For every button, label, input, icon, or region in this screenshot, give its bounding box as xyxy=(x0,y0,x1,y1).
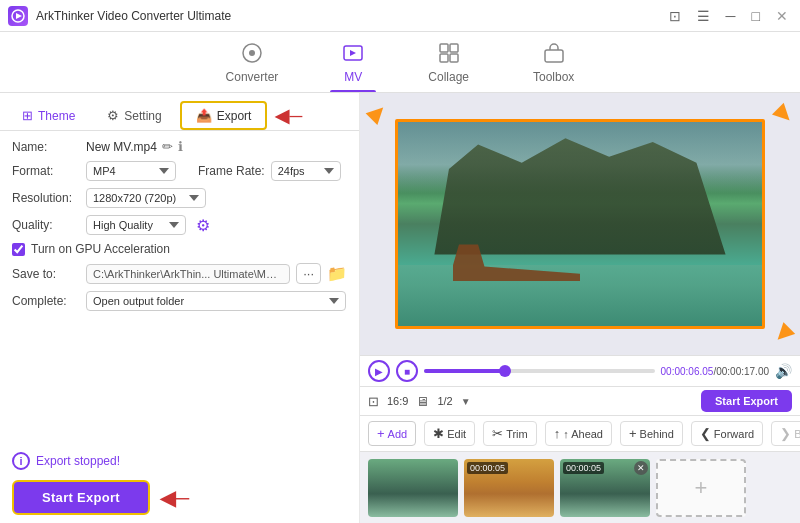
video-preview: ▶ ▶ ▶ xyxy=(360,93,800,355)
filmstrip-item-2[interactable]: 00:00:05 xyxy=(464,459,554,517)
behind-button[interactable]: + Behind xyxy=(620,421,683,446)
corner-arrow-tl: ▶ xyxy=(362,99,390,127)
export-icon: 📤 xyxy=(196,108,212,123)
main-content: ⊞ Theme ⚙ Setting 📤 Export ◀─ Name: New … xyxy=(0,93,800,523)
mv-icon xyxy=(342,42,364,67)
resolution-select[interactable]: 1280x720 (720p) 1920x1080 (1080p) xyxy=(86,188,206,208)
close-btn[interactable]: ✕ xyxy=(772,6,792,26)
window-controls: ⊡ ☰ ─ □ ✕ xyxy=(665,6,792,26)
tab-mv[interactable]: MV xyxy=(330,38,376,92)
filmstrip-item-1[interactable] xyxy=(368,459,458,517)
trim-button[interactable]: ✂ Trim xyxy=(483,421,537,446)
edit-label: Edit xyxy=(447,428,466,440)
export-stopped-banner: i Export stopped! xyxy=(0,446,359,476)
complete-select[interactable]: Open output folder Do nothing xyxy=(86,291,346,311)
browse-dots-button[interactable]: ··· xyxy=(296,263,321,284)
edit-button[interactable]: ✱ Edit xyxy=(424,421,475,446)
main-nav: Converter MV Collage Toolb xyxy=(0,32,800,93)
gpu-checkbox[interactable] xyxy=(12,243,25,256)
info-circle-icon: i xyxy=(12,452,30,470)
backward-icon: ❯ xyxy=(780,426,791,441)
quality-select[interactable]: High Quality Medium Quality Low Quality xyxy=(86,215,186,235)
forward-label: Forward xyxy=(714,428,754,440)
aspect-ratio: 16:9 xyxy=(387,395,408,407)
frame-rate-select[interactable]: 24fps 30fps 60fps xyxy=(271,161,341,181)
tab-toolbox[interactable]: Toolbox xyxy=(521,38,586,92)
progress-bar[interactable] xyxy=(424,369,655,373)
complete-label: Complete: xyxy=(12,294,80,308)
progress-thumb[interactable] xyxy=(499,365,511,377)
tab-export[interactable]: 📤 Export xyxy=(180,101,268,130)
behind-icon: + xyxy=(629,426,637,441)
film-add-icon: + xyxy=(695,475,708,501)
converter-label: Converter xyxy=(226,70,279,84)
format-row: Format: MP4 MOV AVI Frame Rate: 24fps 30… xyxy=(12,161,347,181)
add-icon: + xyxy=(377,426,385,441)
save-label: Save to: xyxy=(12,267,80,281)
trim-icon: ✂ xyxy=(492,426,503,441)
converter-icon xyxy=(241,42,263,67)
slide-counter-chevron[interactable]: ▼ xyxy=(461,396,471,407)
save-row: Save to: C:\ArkThinker\ArkThin... Ultima… xyxy=(12,263,347,284)
menu-icon[interactable]: ☰ xyxy=(693,6,714,26)
collage-label: Collage xyxy=(428,70,469,84)
folder-icon[interactable]: 📁 xyxy=(327,264,347,283)
aspect-icon: ⊡ xyxy=(368,394,379,409)
slide-counter: 1/2 xyxy=(437,395,452,407)
svg-rect-8 xyxy=(450,54,458,62)
film-close-3[interactable]: ✕ xyxy=(634,461,648,475)
start-export-button-sm[interactable]: Start Export xyxy=(701,390,792,412)
arrow-indicator: ◀─ xyxy=(275,105,302,127)
corner-arrow-br: ▶ xyxy=(771,321,799,349)
gpu-label: Turn on GPU Acceleration xyxy=(31,242,170,256)
bottom-toolbar: + Add ✱ Edit ✂ Trim ↑ ↑ Ahead + Behind xyxy=(360,415,800,451)
film-badge-2: 00:00:05 xyxy=(467,462,508,474)
export-stopped-text: Export stopped! xyxy=(36,454,120,468)
volume-icon[interactable]: 🔊 xyxy=(775,363,792,379)
ahead-button[interactable]: ↑ ↑ Ahead xyxy=(545,421,612,446)
quality-settings-icon[interactable]: ⚙ xyxy=(196,216,210,235)
minimize-btn[interactable]: ─ xyxy=(722,6,740,26)
thumb-bg-1 xyxy=(368,459,458,517)
edit-icon[interactable]: ✏ xyxy=(162,139,173,154)
tab-collage[interactable]: Collage xyxy=(416,38,481,92)
name-row: Name: New MV.mp4 ✏ ℹ xyxy=(12,139,347,154)
backward-button[interactable]: ❯ Backward xyxy=(771,421,800,446)
svg-point-3 xyxy=(249,50,255,56)
corner-arrow-tr: ▶ xyxy=(771,99,799,127)
save-path: C:\ArkThinker\ArkThin... Ultimate\MV Exp… xyxy=(86,264,290,284)
filmstrip-add-button[interactable]: + xyxy=(656,459,746,517)
subtitle-icon[interactable]: ⊡ xyxy=(665,6,685,26)
resolution-row: Resolution: 1280x720 (720p) 1920x1080 (1… xyxy=(12,188,347,208)
export-btn-area: Start Export ◀─ xyxy=(0,476,359,523)
maximize-btn[interactable]: □ xyxy=(748,6,764,26)
theme-label: Theme xyxy=(38,109,75,123)
app-logo xyxy=(8,6,28,26)
setting-label: Setting xyxy=(124,109,161,123)
start-export-button[interactable]: Start Export xyxy=(12,480,150,515)
right-panel: ▶ ▶ ▶ ▶ ■ xyxy=(360,93,800,523)
total-time: 00:00:17.00 xyxy=(716,366,769,377)
video-frame xyxy=(395,119,765,329)
format-select[interactable]: MP4 MOV AVI xyxy=(86,161,176,181)
time-display: 00:00:06.05/00:00:17.00 xyxy=(661,366,769,377)
theme-icon: ⊞ xyxy=(22,108,33,123)
svg-marker-1 xyxy=(16,13,22,19)
export-label: Export xyxy=(217,109,252,123)
info-icon[interactable]: ℹ xyxy=(178,139,183,154)
add-button[interactable]: + Add xyxy=(368,421,416,446)
ahead-label: ↑ Ahead xyxy=(563,428,603,440)
quality-label: Quality: xyxy=(12,218,80,232)
add-label: Add xyxy=(388,428,408,440)
sub-tabs-bar: ⊞ Theme ⚙ Setting 📤 Export ◀─ xyxy=(0,93,359,131)
play-button[interactable]: ▶ xyxy=(368,360,390,382)
stop-button[interactable]: ■ xyxy=(396,360,418,382)
filmstrip-item-3[interactable]: 00:00:05 ✕ xyxy=(560,459,650,517)
tab-theme[interactable]: ⊞ Theme xyxy=(8,103,89,128)
tab-converter[interactable]: Converter xyxy=(214,38,291,92)
tab-setting[interactable]: ⚙ Setting xyxy=(93,103,175,128)
forward-button[interactable]: ❮ Forward xyxy=(691,421,763,446)
quality-row: Quality: High Quality Medium Quality Low… xyxy=(12,215,347,235)
controls-row2: ⊡ 16:9 🖥 1/2 ▼ Start Export xyxy=(360,386,800,415)
toolbox-icon xyxy=(543,42,565,67)
